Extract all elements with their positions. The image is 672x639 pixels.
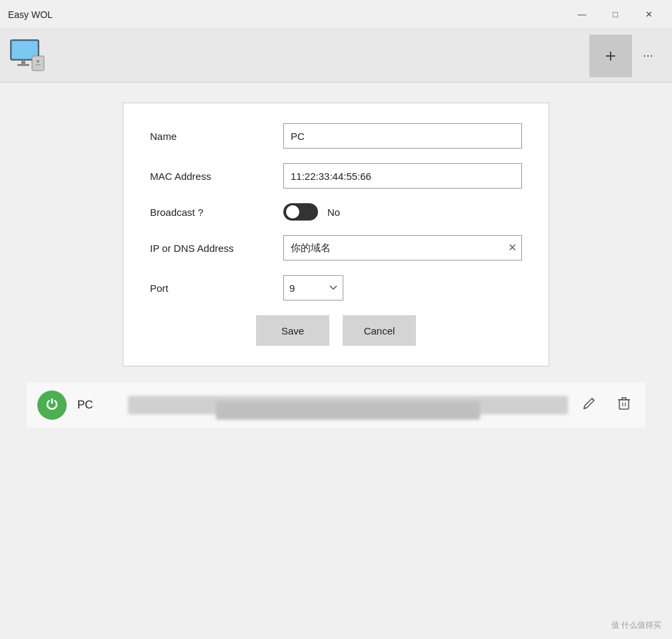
ip-clear-button[interactable]: ✕ xyxy=(508,243,517,253)
mac-row: MAC Address xyxy=(150,163,522,189)
power-button[interactable] xyxy=(37,390,67,420)
svg-point-5 xyxy=(37,60,39,63)
broadcast-toggle[interactable] xyxy=(283,203,318,221)
port-row: Port 9 7 0 xyxy=(150,275,522,301)
ip-input-wrapper: ✕ xyxy=(283,235,522,261)
pc-name-label: PC xyxy=(77,398,117,412)
broadcast-state-label: No xyxy=(327,207,340,218)
add-button[interactable]: + xyxy=(589,35,632,77)
action-buttons: Save Cancel xyxy=(150,315,522,346)
toggle-thumb xyxy=(286,205,299,219)
port-label: Port xyxy=(150,283,283,294)
minimize-button[interactable]: — xyxy=(567,4,597,25)
close-button[interactable]: ✕ xyxy=(633,4,664,25)
pc-actions xyxy=(579,392,635,418)
name-input[interactable] xyxy=(283,123,522,149)
toolbar: + ··· xyxy=(0,29,672,83)
svg-rect-7 xyxy=(619,400,629,409)
more-button[interactable]: ··· xyxy=(632,35,664,77)
pc-list: PC xyxy=(27,382,645,428)
broadcast-label: Broadcast ? xyxy=(150,207,283,218)
pc-list-item: PC xyxy=(27,382,645,428)
edit-dialog: Name MAC Address Broadcast ? No IP or DN… xyxy=(123,103,549,366)
name-label: Name xyxy=(150,131,283,142)
svg-rect-4 xyxy=(32,56,44,71)
port-select[interactable]: 9 7 0 xyxy=(283,275,343,301)
ip-row: IP or DNS Address ✕ xyxy=(150,235,522,261)
broadcast-toggle-group: No xyxy=(283,203,340,221)
edit-button[interactable] xyxy=(579,392,600,418)
svg-rect-2 xyxy=(21,60,25,64)
pc-info-blurred xyxy=(128,396,568,414)
ip-label: IP or DNS Address xyxy=(150,243,283,254)
mac-input[interactable] xyxy=(283,163,522,189)
name-row: Name xyxy=(150,123,522,149)
main-content: Name MAC Address Broadcast ? No IP or DN… xyxy=(0,83,672,639)
delete-button[interactable] xyxy=(613,392,635,418)
app-title: Easy WOL xyxy=(8,9,53,20)
mac-label: MAC Address xyxy=(150,171,283,182)
svg-rect-3 xyxy=(17,64,29,66)
save-button[interactable]: Save xyxy=(256,315,329,346)
maximize-button[interactable]: □ xyxy=(600,4,631,25)
pc-info-blur-inner xyxy=(216,401,480,420)
broadcast-row: Broadcast ? No xyxy=(150,203,522,221)
window-controls: — □ ✕ xyxy=(567,4,664,25)
app-icon xyxy=(8,36,48,76)
watermark: 值 什么值得买 xyxy=(611,620,661,631)
cancel-button[interactable]: Cancel xyxy=(343,315,416,346)
svg-rect-6 xyxy=(35,64,41,65)
ip-input[interactable] xyxy=(283,235,522,261)
title-bar: Easy WOL — □ ✕ xyxy=(0,0,672,29)
